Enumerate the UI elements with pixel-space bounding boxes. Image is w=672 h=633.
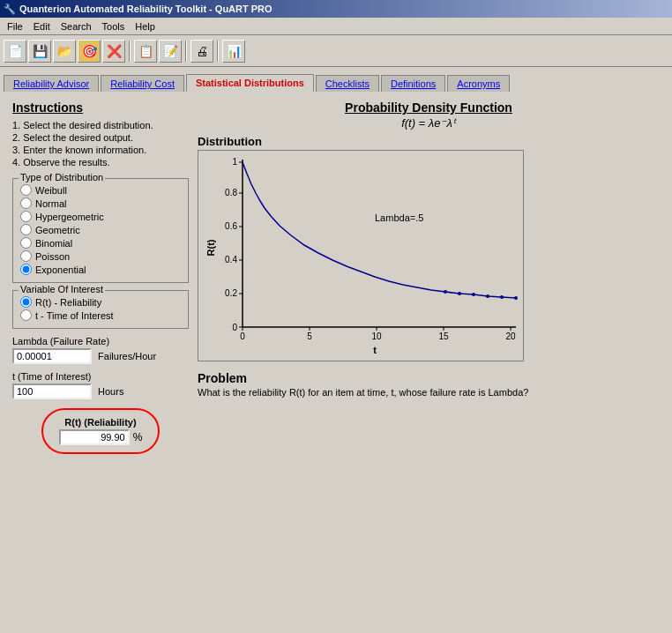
tab-bar: Reliability Advisor Reliability Cost Sta… [0,67,672,92]
toolbar-new[interactable]: 📄 [4,40,26,63]
svg-text:Lambda=.5: Lambda=.5 [375,212,423,223]
time-field-row: t (Time of Interest) 100 Hours [12,371,189,399]
menu-search[interactable]: Search [56,19,97,34]
toolbar-close[interactable]: ❌ [102,40,125,63]
radio-reliability-label: R(t) - Reliability [35,297,101,308]
instructions-list: 1. Select the desired distribution. 2. S… [12,120,189,168]
radio-exponential[interactable]: Exponential [20,264,181,275]
svg-text:0: 0 [240,331,245,341]
distribution-group-title: Type of Distribution [19,172,105,182]
title-bar-text: Quanterion Automated Reliability Toolkit… [19,4,273,14]
problem-text: What is the reliability R(t) for an item… [198,387,533,398]
problem-section: Problem What is the reliability R(t) for… [198,371,660,398]
toolbar-print[interactable]: 🖨 [190,40,213,63]
toolbar-sep3 [217,41,219,62]
result-field: 99.90 % [59,429,143,445]
radio-poisson-label: Poisson [35,251,70,262]
radio-binomial-label: Binomial [35,238,72,249]
toolbar-paste[interactable]: 📝 [159,40,182,63]
time-unit: Hours [98,386,123,397]
svg-point-30 [486,294,489,298]
menu-edit[interactable]: Edit [28,19,56,34]
menu-bar: File Edit Search Tools Help [0,18,672,35]
svg-text:20: 20 [505,331,516,341]
title-bar-icon: 🔧 [4,4,16,15]
svg-text:0.4: 0.4 [225,255,237,264]
instruction-step-2: 2. Select the desired output. [12,132,189,143]
result-value: 99.90 [59,429,130,445]
instruction-step-3: 3. Enter the known information. [12,145,189,155]
radio-exponential-label: Exponential [35,264,86,275]
toolbar-sep2 [185,41,187,62]
toolbar-save[interactable]: 💾 [28,40,51,63]
pdf-formula: f(t) = λe⁻λᵗ [198,116,660,130]
tab-acronyms[interactable]: Acronyms [447,75,510,92]
toolbar-target[interactable]: 🎯 [78,40,101,63]
menu-file[interactable]: File [2,19,28,34]
svg-text:10: 10 [371,331,382,341]
tab-reliability-cost[interactable]: Reliability Cost [101,75,184,92]
problem-title: Problem [198,371,660,385]
instructions-heading: Instructions [12,101,189,115]
svg-point-28 [458,292,461,295]
radio-normal[interactable]: Normal [20,197,181,209]
variable-group-title: Variable Of Interest [19,284,105,294]
tab-statistical-distributions[interactable]: Statistical Distributions [186,74,314,92]
time-label: t (Time of Interest) [12,371,189,382]
pdf-title: Probability Density Function [198,101,660,115]
lambda-field-row: Lambda (Failure Rate) 0.00001 Failures/H… [12,336,189,364]
menu-help[interactable]: Help [130,19,161,34]
radio-time[interactable]: t - Time of Interest [20,309,181,321]
svg-text:0.6: 0.6 [225,221,237,231]
svg-text:t: t [373,345,377,355]
radio-poisson[interactable]: Poisson [20,250,181,262]
toolbar: 📄 💾 📂 🎯 ❌ 📋 📝 🖨 📊 [0,35,672,67]
distribution-chart: 0 0.2 0.4 0.6 0.8 1 0 5 10 15 [198,150,524,361]
tab-definitions[interactable]: Definitions [381,75,445,92]
radio-geometric-label: Geometric [35,225,80,235]
radio-normal-label: Normal [35,198,66,209]
svg-text:0: 0 [232,323,237,332]
svg-text:15: 15 [438,331,449,341]
svg-text:0.8: 0.8 [225,188,237,197]
svg-text:R(t): R(t) [205,239,216,256]
instruction-step-4: 4. Observe the results. [12,157,189,168]
chart-title: Distribution [198,135,533,148]
pdf-section: Probability Density Function f(t) = λe⁻λ… [198,101,660,130]
radio-reliability[interactable]: R(t) - Reliability [20,296,181,308]
svg-point-32 [514,296,518,300]
svg-text:5: 5 [307,331,312,341]
lambda-label: Lambda (Failure Rate) [12,336,189,346]
radio-weibull-label: Weibull [35,185,67,196]
svg-text:0.2: 0.2 [225,288,237,298]
radio-weibull[interactable]: Weibull [20,184,181,196]
right-panel: Probability Density Function f(t) = λe⁻λ… [198,101,660,398]
chart-container: Distribution 0 0.2 0.4 0.6 0.8 1 [198,135,533,364]
svg-point-31 [500,295,504,299]
radio-hypergeometric-label: Hypergeometric [35,212,104,222]
distribution-group: Type of Distribution Weibull Normal Hype… [12,178,189,283]
lambda-input[interactable]: 0.00001 [12,348,92,364]
tab-checklists[interactable]: Checklists [316,75,379,92]
svg-point-27 [444,290,447,294]
toolbar-chart[interactable]: 📊 [222,40,245,63]
toolbar-sep1 [129,41,131,62]
radio-time-label: t - Time of Interest [35,310,114,321]
variable-group: Variable Of Interest R(t) - Reliability … [12,290,189,329]
tab-reliability-advisor[interactable]: Reliability Advisor [4,75,99,92]
toolbar-copy[interactable]: 📋 [134,40,157,63]
result-oval: R(t) (Reliability) 99.90 % [41,408,161,454]
instruction-step-1: 1. Select the desired distribution. [12,120,189,130]
menu-tools[interactable]: Tools [97,19,131,34]
toolbar-open[interactable]: 📂 [53,40,76,63]
title-bar: 🔧 Quanterion Automated Reliability Toolk… [0,0,672,18]
result-unit: % [133,431,143,443]
result-label: R(t) (Reliability) [59,417,143,428]
radio-binomial[interactable]: Binomial [20,237,181,249]
radio-geometric[interactable]: Geometric [20,224,181,235]
time-input[interactable]: 100 [12,384,92,399]
main-content: Instructions 1. Select the desired distr… [0,92,672,633]
svg-point-29 [472,293,475,296]
left-panel: Instructions 1. Select the desired distr… [12,101,189,454]
radio-hypergeometric[interactable]: Hypergeometric [20,211,181,222]
